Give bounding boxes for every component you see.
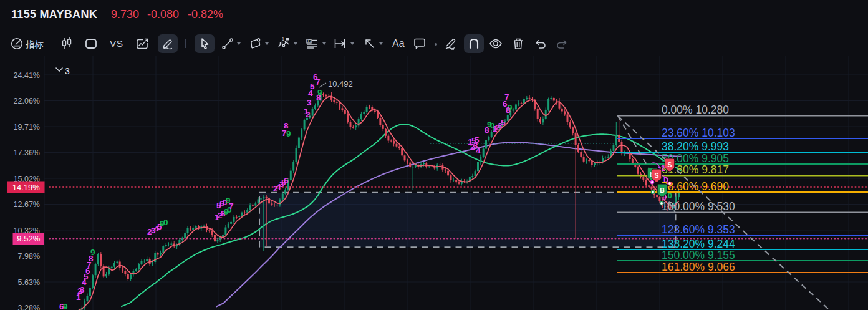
svg-text:19.71%: 19.71%	[14, 123, 40, 132]
svg-text:78.60% 9.690: 78.60% 9.690	[662, 180, 729, 193]
svg-text:24.41%: 24.41%	[14, 71, 40, 80]
svg-text:9: 9	[286, 129, 291, 138]
svg-text:D: D	[663, 176, 668, 183]
svg-text:2: 2	[306, 110, 311, 119]
svg-text:7: 7	[504, 92, 509, 102]
svg-text:7: 7	[229, 201, 234, 211]
svg-text:9: 9	[63, 302, 68, 310]
svg-text:1: 1	[282, 37, 284, 41]
svg-text:8: 8	[485, 125, 489, 135]
svg-text:0: 0	[668, 191, 672, 200]
svg-text:38.20% 9.993: 38.20% 9.993	[662, 140, 729, 153]
svg-text:9: 9	[90, 248, 95, 257]
svg-text:3: 3	[307, 98, 312, 107]
svg-text:0.00% 10.280: 0.00% 10.280	[662, 104, 729, 116]
svg-text:8: 8	[316, 93, 321, 102]
svg-text:138.20% 9.244: 138.20% 9.244	[662, 238, 735, 250]
svg-text:10.492: 10.492	[328, 79, 353, 89]
svg-text:S: S	[654, 172, 658, 179]
svg-text:100.00% 9.530: 100.00% 9.530	[662, 200, 735, 213]
svg-text:7: 7	[316, 77, 321, 87]
svg-text:6: 6	[284, 176, 289, 185]
svg-text:7.98%: 7.98%	[18, 252, 40, 261]
svg-text:0: 0	[163, 218, 168, 227]
svg-text:22.06%: 22.06%	[14, 97, 40, 105]
svg-text:12.67%: 12.67%	[14, 200, 40, 209]
svg-text:4: 4	[476, 146, 481, 155]
svg-text:4: 4	[308, 89, 313, 98]
svg-text:B: B	[660, 186, 665, 194]
svg-text:S: S	[667, 161, 672, 168]
svg-text:17.36%: 17.36%	[14, 148, 40, 157]
svg-text:14.19%: 14.19%	[12, 183, 41, 192]
svg-text:9.52%: 9.52%	[17, 234, 40, 243]
svg-text:5: 5	[501, 118, 506, 127]
svg-text:161.80% 9.066: 161.80% 9.066	[662, 261, 735, 273]
svg-text:3: 3	[65, 66, 70, 76]
svg-text:G: G	[308, 39, 311, 43]
svg-text:23.60% 10.103: 23.60% 10.103	[662, 127, 735, 139]
svg-text:150.00% 9.155: 150.00% 9.155	[662, 249, 735, 261]
svg-text:123.60% 9.353: 123.60% 9.353	[662, 223, 735, 236]
svg-text:3.28%: 3.28%	[18, 304, 40, 310]
svg-text:5.63%: 5.63%	[18, 278, 40, 287]
svg-text:8: 8	[506, 105, 511, 115]
